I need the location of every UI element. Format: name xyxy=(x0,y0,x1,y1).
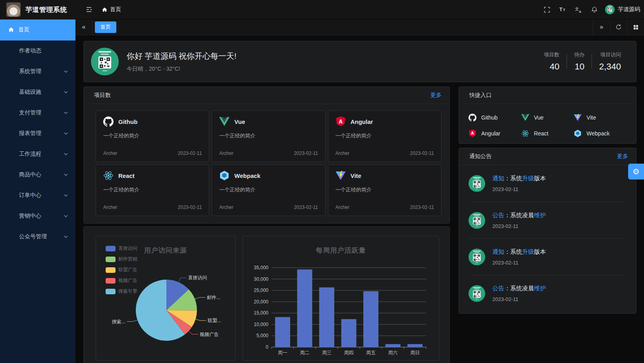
notices-more-link[interactable]: 更多 xyxy=(617,153,628,160)
notice-title-segment: 维护 xyxy=(534,285,546,292)
project-date: 2023-02-11 xyxy=(294,205,318,210)
vite-icon xyxy=(335,170,346,181)
welcome-card: 你好 芋道源码 祝你开心每一天! 今日晴，20°C - 32°C! 项目数40待… xyxy=(83,41,636,82)
notice-title-segment: 通知 xyxy=(492,175,504,182)
user-avatar xyxy=(605,5,615,14)
qr-avatar xyxy=(469,249,485,265)
shortcuts-title: 快捷入口 xyxy=(469,92,492,99)
settings-gear-button[interactable]: ⚙ xyxy=(628,164,644,180)
notice-item[interactable]: 公告：系统凌晨维护 2023-02-11 xyxy=(469,275,627,311)
notice-title-segment: 版本 xyxy=(534,248,546,255)
svg-text:15,000: 15,000 xyxy=(254,310,268,316)
notification-bell-icon[interactable] xyxy=(589,4,600,15)
sidebar-item-3[interactable]: 基础设施 xyxy=(0,82,75,102)
legend-item[interactable]: 联盟广告 xyxy=(106,266,137,273)
vite-icon xyxy=(574,114,582,122)
project-card[interactable]: Github 一个正经的简介 Archer2023-02-11 xyxy=(96,110,209,162)
project-author: Archer xyxy=(219,151,233,156)
sidebar-item-2[interactable]: 系统管理 xyxy=(0,61,75,82)
greeting-text: 你好 芋道源码 祝你开心每一天! xyxy=(127,51,237,62)
legend-item[interactable]: 视频广告 xyxy=(106,277,137,284)
tab-home[interactable]: 首页 xyxy=(95,21,116,33)
sidebar-item-1[interactable]: 作者动态 xyxy=(0,41,75,61)
sidebar-item-10[interactable]: 公众号管理 xyxy=(0,226,75,247)
legend-item[interactable]: 搜索引擎 xyxy=(106,288,137,295)
project-card[interactable]: AAngular 一个正经的简介 Archer2023-02-11 xyxy=(328,110,442,162)
project-card[interactable]: Vue 一个正经的简介 Archer2023-02-11 xyxy=(212,110,325,162)
home-icon xyxy=(101,6,108,13)
notice-title: 公告：系统凌晨维护 xyxy=(492,212,546,219)
shortcut-item[interactable]: Vue xyxy=(521,110,574,126)
legend-item[interactable]: 邮件营销 xyxy=(106,256,137,263)
svg-text:文: 文 xyxy=(575,7,579,11)
sidebar-item-label: 系统管理 xyxy=(19,68,41,75)
refresh-icon[interactable] xyxy=(610,19,627,35)
sidebar-item-4[interactable]: 支付管理 xyxy=(0,102,75,123)
project-author: Archer xyxy=(335,205,349,210)
projects-more-link[interactable]: 更多 xyxy=(430,92,442,99)
sidebar-item-5[interactable]: 报表管理 xyxy=(0,123,75,144)
username-label: 芋道源码 xyxy=(618,6,640,13)
fullscreen-icon[interactable] xyxy=(542,4,552,15)
vue-icon xyxy=(521,114,529,122)
project-desc: 一个正经的简介 xyxy=(219,132,318,139)
legend-item[interactable]: 直接访问 xyxy=(106,245,137,252)
breadcrumb[interactable]: 首页 xyxy=(101,6,121,13)
stat-0: 项目数40 xyxy=(537,51,567,72)
svg-text:20,000: 20,000 xyxy=(254,299,268,305)
github-icon xyxy=(103,116,114,127)
notice-title-segment: 公告 xyxy=(492,285,504,292)
sidebar-item-9[interactable]: 营销中心 xyxy=(0,206,75,226)
notices-card: 通知公告 更多 通知：系统升级版本 2023-02-11 公告：系统凌晨维护 2… xyxy=(459,148,636,314)
legend-label: 联盟广告 xyxy=(118,266,137,273)
notice-date: 2023-02-11 xyxy=(492,186,546,192)
svg-text:T: T xyxy=(559,7,562,12)
project-date: 2023-02-11 xyxy=(294,151,318,156)
language-icon[interactable]: 文A xyxy=(573,4,584,15)
vue-icon xyxy=(219,116,229,127)
chevron-down-icon xyxy=(64,234,68,239)
layout-grid-icon[interactable] xyxy=(627,19,644,35)
chevron-down-icon xyxy=(64,90,68,95)
notice-item[interactable]: 通知：系统升级版本 2023-02-11 xyxy=(469,165,627,202)
chevron-down-icon xyxy=(64,131,68,136)
sidebar-item-6[interactable]: 工作流程 xyxy=(0,144,75,164)
sidebar-item-8[interactable]: 订单中心 xyxy=(0,185,75,206)
logo-avatar xyxy=(6,2,21,17)
projects-card: 项目数 更多 Github 一个正经的简介 Archer2023-02-11Vu… xyxy=(83,87,450,224)
pie-label: 邮件... xyxy=(207,295,220,300)
breadcrumb-label: 首页 xyxy=(110,6,121,13)
notice-title: 通知：系统升级版本 xyxy=(492,175,546,182)
legend-swatch xyxy=(106,278,116,284)
sidebar-item-label: 营销中心 xyxy=(19,212,41,220)
shortcut-item[interactable]: Github xyxy=(469,110,521,126)
notice-item[interactable]: 通知：系统升级版本 2023-02-11 xyxy=(469,238,627,275)
shortcut-item[interactable]: AAngular xyxy=(469,126,521,141)
tabs-scroll-left-button[interactable]: « xyxy=(75,19,93,35)
menu-collapse-icon[interactable] xyxy=(84,4,94,15)
tabs-scroll-right-button[interactable]: » xyxy=(593,19,610,35)
shortcut-item[interactable]: Webpack xyxy=(574,126,627,141)
shortcut-item[interactable]: Vite xyxy=(574,110,627,126)
shortcut-label: React xyxy=(534,130,549,137)
legend-label: 邮件营销 xyxy=(118,256,137,263)
sidebar-item-0[interactable]: 首页 xyxy=(0,19,75,41)
project-card[interactable]: React 一个正经的简介 Archer2023-02-11 xyxy=(96,164,209,216)
shortcut-label: Vite xyxy=(586,114,596,121)
project-card[interactable]: Webpack 一个正经的简介 Archer2023-02-11 xyxy=(212,164,325,216)
qr-avatar xyxy=(469,175,485,192)
pie-label: 视频广告 xyxy=(199,332,219,337)
project-card[interactable]: Vite 一个正经的简介 Archer2023-02-11 xyxy=(328,164,442,216)
pie-legend: 直接访问邮件营销联盟广告视频广告搜索引擎 xyxy=(106,245,137,295)
project-name: Github xyxy=(118,118,137,125)
top-navbar: 芋道管理系统 首页 TT 文A 芋道源码 xyxy=(0,0,644,19)
sidebar-item-7[interactable]: 商品中心 xyxy=(0,164,75,185)
user-menu[interactable]: 芋道源码 xyxy=(605,5,640,14)
shortcut-item[interactable]: React xyxy=(521,126,574,141)
font-size-icon[interactable]: TT xyxy=(557,4,568,15)
sidebar-item-label: 公众号管理 xyxy=(19,233,47,240)
project-name: Webpack xyxy=(234,172,260,179)
qr-avatar xyxy=(469,212,485,229)
pie-chart-panel: 用户访问来源 直接访问邮件营销联盟广告视频广告搜索引擎 直接访问邮件...联盟.… xyxy=(96,236,235,361)
notice-item[interactable]: 公告：系统凌晨维护 2023-02-11 xyxy=(469,202,627,238)
